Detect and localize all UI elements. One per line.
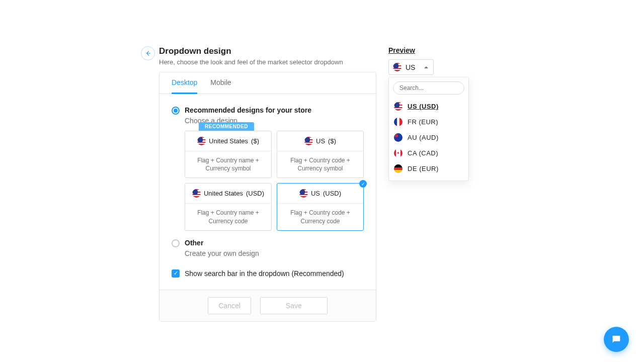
preview-item-label: FR (EUR) <box>408 118 438 126</box>
save-button[interactable]: Save <box>260 297 328 314</box>
preview-item-au[interactable]: AU (AUD) <box>393 130 464 145</box>
fr-flag-icon <box>394 118 403 126</box>
chat-button[interactable] <box>604 327 629 352</box>
design-card-country: US <box>311 190 320 197</box>
page-title: Dropdown design <box>159 46 376 56</box>
design-card-currency: (USD) <box>323 190 341 197</box>
radio-other-sub: Create your own design <box>185 249 364 257</box>
preview-item-de[interactable]: DE (EUR) <box>393 161 464 176</box>
preview-selector-button[interactable]: US <box>388 59 434 75</box>
ca-flag-icon <box>394 149 403 157</box>
design-card-desc: Flag + Country name + Currency code <box>185 204 271 230</box>
check-icon: ✓ <box>359 180 367 188</box>
settings-card: Desktop Mobile Recommended designs for y… <box>159 72 376 322</box>
design-card-1[interactable]: ✓ United States ($) Flag + Country name … <box>185 131 272 178</box>
design-card-country: United States <box>209 137 248 145</box>
us-flag-icon <box>299 189 308 198</box>
tabs: Desktop Mobile <box>159 72 376 94</box>
radio-icon <box>172 239 180 247</box>
design-card-country: United States <box>204 190 243 197</box>
recommended-badge: RECOMMENDED <box>199 122 254 131</box>
preview-selected-text: US <box>406 63 415 71</box>
page-subtitle: Here, choose the look and feel of the ma… <box>159 58 376 66</box>
us-flag-icon <box>393 63 401 71</box>
design-card-currency: (USD) <box>246 190 264 197</box>
arrow-left-icon <box>144 50 151 57</box>
design-card-desc: Flag + Country name + Currency symbol <box>185 151 271 177</box>
chat-icon <box>611 334 622 345</box>
cancel-button[interactable]: Cancel <box>208 297 251 314</box>
preview-item-label: CA (CAD) <box>408 149 438 157</box>
card-footer: Cancel Save <box>159 290 376 321</box>
design-card-3[interactable]: ✓ United States (USD) Flag + Country nam… <box>185 183 272 230</box>
radio-other[interactable]: Other <box>172 239 364 247</box>
design-card-4[interactable]: ✓ US (USD) Flag + Country code + Currenc… <box>277 183 364 230</box>
preview-item-fr[interactable]: FR (EUR) <box>393 114 464 130</box>
preview-item-label: AU (AUD) <box>408 134 439 141</box>
caret-up-icon <box>424 66 428 68</box>
design-card-2[interactable]: ✓ US ($) Flag + Country code + Currency … <box>277 131 364 178</box>
preview-item-label: US (USD) <box>408 103 439 110</box>
preview-label: Preview <box>388 46 489 54</box>
preview-item-ca[interactable]: CA (CAD) <box>393 145 464 161</box>
us-flag-icon <box>394 102 403 111</box>
preview-item-us[interactable]: US (USD) <box>393 99 464 114</box>
radio-icon <box>172 107 180 115</box>
tab-mobile[interactable]: Mobile <box>210 72 231 94</box>
radio-other-label: Other <box>185 239 203 247</box>
design-card-desc: Flag + Country code + Currency symbol <box>277 151 363 177</box>
preview-search-input[interactable] <box>393 81 464 95</box>
us-flag-icon <box>192 189 201 198</box>
checkbox-searchbar[interactable]: ✓ Show search bar in the dropdown (Recom… <box>172 269 364 278</box>
checkbox-icon: ✓ <box>172 269 180 278</box>
radio-recommended-label: Recommended designs for your store <box>185 106 311 114</box>
tab-desktop[interactable]: Desktop <box>172 72 197 94</box>
de-flag-icon <box>394 164 403 173</box>
us-flag-icon <box>197 137 206 145</box>
design-card-currency: ($) <box>328 137 336 145</box>
design-card-country: US <box>316 137 325 145</box>
radio-recommended[interactable]: Recommended designs for your store <box>172 106 364 115</box>
design-card-currency: ($) <box>251 137 259 145</box>
preview-dropdown: US (USD) FR (EUR) AU (AUD) CA (CAD) DE (… <box>388 77 469 181</box>
back-button[interactable] <box>141 46 155 60</box>
checkbox-searchbar-label: Show search bar in the dropdown (Recomme… <box>185 269 344 278</box>
preview-item-label: DE (EUR) <box>408 165 439 172</box>
au-flag-icon <box>394 133 403 142</box>
us-flag-icon <box>304 137 313 145</box>
design-card-desc: Flag + Country code + Currency code <box>277 204 363 230</box>
